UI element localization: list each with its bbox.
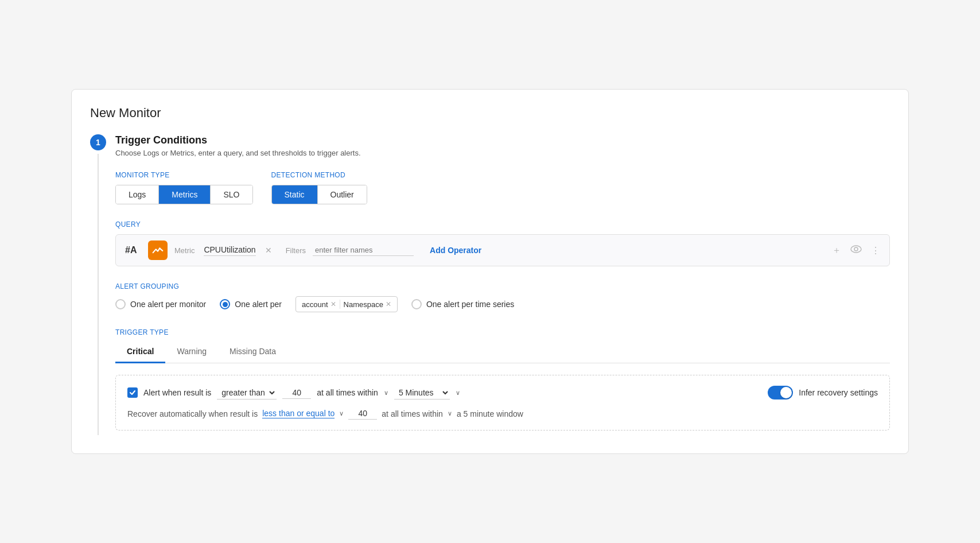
monitor-type-btn-group: Logs Metrics SLO — [115, 185, 253, 204]
tag-account-label: account — [302, 300, 328, 309]
radio-group: One alert per monitor One alert per acco… — [115, 296, 890, 312]
query-icon — [148, 241, 168, 260]
trigger-tabs: Critical Warning Missing Data — [115, 342, 890, 363]
query-id: #A — [125, 245, 141, 255]
detection-method-group: Detection Method Static Outlier — [271, 171, 367, 204]
filters-label: Filters — [286, 246, 306, 255]
query-section: Query #A Metric CPUUtilization ✕ Filters… — [115, 220, 890, 266]
recover-at-text: at all times within — [382, 409, 443, 418]
threshold-value[interactable] — [282, 387, 311, 399]
detection-static[interactable]: Static — [272, 185, 318, 204]
times-caret[interactable]: ∨ — [384, 389, 388, 397]
at-all-times-text: at all times within — [317, 388, 378, 397]
radio-per-monitor[interactable]: One alert per monitor — [115, 299, 206, 309]
step-line — [98, 154, 99, 435]
radio-per-tag-circle — [220, 299, 230, 309]
more-options-icon[interactable]: ⋮ — [871, 245, 880, 256]
infer-recovery-label: Infer recovery settings — [799, 388, 878, 397]
page-title: New Monitor — [90, 106, 890, 121]
time-caret[interactable]: ∨ — [456, 389, 460, 397]
tag-divider — [340, 300, 340, 309]
alert-row: Alert when result is greater than less t… — [127, 386, 878, 400]
monitor-type-slo[interactable]: SLO — [211, 185, 252, 204]
time-select[interactable]: 5 Minutes 1 Minute 10 Minutes 15 Minutes… — [394, 386, 450, 400]
trigger-type-section: Trigger Type Critical Warning Missing Da… — [115, 328, 890, 430]
tag-account-remove[interactable]: ✕ — [330, 300, 336, 308]
alert-grouping-label: Alert Grouping — [115, 282, 890, 290]
section-desc: Choose Logs or Metrics, enter a query, a… — [115, 149, 890, 157]
detection-method-label: Detection Method — [271, 171, 367, 179]
radio-per-tag[interactable]: One alert per — [220, 299, 282, 309]
step1-section: 1 Trigger Conditions Choose Logs or Metr… — [90, 134, 890, 435]
alert-grouping: Alert Grouping One alert per monitor One… — [115, 282, 890, 312]
alert-when-text: Alert when result is — [143, 388, 211, 397]
filters-input[interactable] — [313, 245, 414, 256]
monitor-type-metrics[interactable]: Metrics — [159, 185, 211, 204]
type-method-row: Monitor Type Logs Metrics SLO Detection … — [115, 171, 890, 204]
recover-window-text: a 5 minute window — [457, 409, 523, 418]
metric-clear-icon[interactable]: ✕ — [265, 246, 272, 255]
detection-method-btn-group: Static Outlier — [271, 185, 367, 204]
step-indicator: 1 — [90, 134, 106, 435]
trigger-content: Alert when result is greater than less t… — [115, 375, 890, 430]
tab-warning[interactable]: Warning — [165, 342, 218, 363]
recover-condition-link[interactable]: less than or equal to — [262, 409, 335, 418]
recover-row: Recover automatically when result is les… — [127, 408, 878, 420]
tab-critical[interactable]: Critical — [115, 342, 165, 363]
step-circle: 1 — [90, 134, 106, 150]
infer-recovery-toggle-row: Infer recovery settings — [768, 386, 878, 400]
svg-point-2 — [854, 247, 858, 251]
tag-group: account ✕ Namespace ✕ — [295, 296, 398, 312]
radio-per-series-circle — [411, 299, 422, 309]
toggle-thumb — [780, 387, 792, 398]
metric-value[interactable]: CPUUtilization — [204, 245, 255, 256]
detection-outlier[interactable]: Outlier — [318, 185, 367, 204]
section-title: Trigger Conditions — [115, 134, 890, 146]
query-label: Query — [115, 220, 890, 228]
recover-condition-caret[interactable]: ∨ — [339, 410, 344, 417]
radio-per-series[interactable]: One alert per time series — [411, 299, 514, 309]
radio-per-tag-label: One alert per — [235, 300, 282, 309]
radio-per-monitor-circle — [115, 299, 126, 309]
trigger-type-label: Trigger Type — [115, 328, 890, 336]
tag-namespace-remove[interactable]: ✕ — [386, 300, 391, 308]
infer-recovery-toggle[interactable] — [768, 386, 793, 400]
tab-missing-data[interactable]: Missing Data — [218, 342, 287, 363]
metric-label: Metric — [174, 246, 195, 255]
monitor-type-logs[interactable]: Logs — [116, 185, 159, 204]
alert-checkbox[interactable] — [127, 387, 138, 398]
query-row: #A Metric CPUUtilization ✕ Filters Add O… — [115, 234, 890, 266]
add-operator-btn[interactable]: Add Operator — [430, 246, 481, 255]
page-wrapper: New Monitor 1 Trigger Conditions Choose … — [71, 89, 909, 454]
recover-value[interactable] — [348, 408, 377, 420]
step1-content: Trigger Conditions Choose Logs or Metric… — [115, 134, 890, 435]
visibility-icon[interactable] — [850, 245, 862, 255]
recover-auto-text: Recover automatically when result is — [127, 409, 258, 418]
radio-per-monitor-label: One alert per monitor — [130, 300, 206, 309]
radio-per-series-label: One alert per time series — [426, 300, 514, 309]
add-query-icon[interactable]: ＋ — [832, 245, 841, 257]
condition-select[interactable]: greater than less than equal to — [217, 386, 277, 400]
monitor-type-label: Monitor Type — [115, 171, 253, 179]
tag-namespace-label: Namespace — [344, 300, 383, 309]
tag-namespace: Namespace ✕ — [344, 300, 391, 309]
svg-point-0 — [159, 247, 161, 249]
recover-at-caret[interactable]: ∨ — [448, 410, 452, 417]
monitor-type-group: Monitor Type Logs Metrics SLO — [115, 171, 253, 204]
svg-point-1 — [851, 246, 861, 253]
tag-account: account ✕ — [302, 300, 336, 309]
query-actions: ＋ ⋮ — [832, 245, 880, 257]
